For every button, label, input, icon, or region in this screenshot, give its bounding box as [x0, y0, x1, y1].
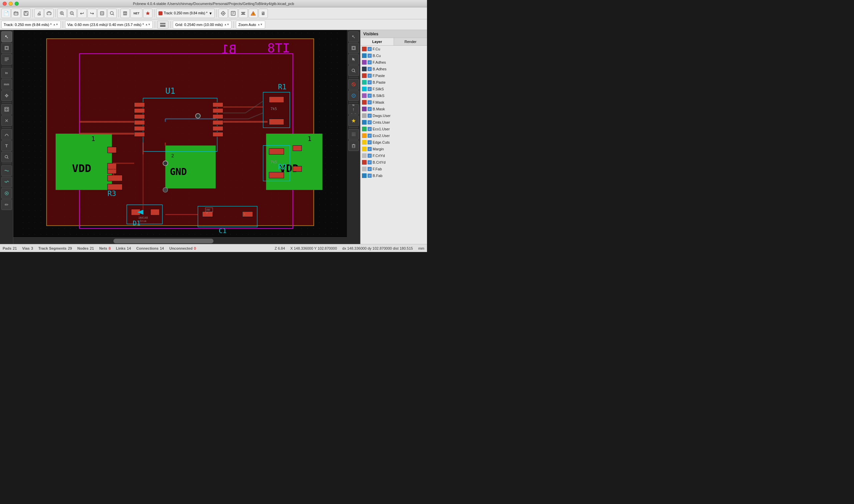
new-button[interactable]: 📄 — [1, 9, 11, 18]
route-length-tool[interactable] — [1, 165, 12, 176]
layer-checkbox[interactable]: ✓ — [368, 100, 372, 104]
tab-layer[interactable]: Layer — [361, 38, 394, 45]
save-button[interactable] — [21, 9, 31, 18]
track-dropdown[interactable]: Track: 0.250 mm (9.84 mils) * ▲▼ — [1, 21, 61, 29]
scroll-thumb[interactable] — [114, 239, 213, 243]
warning-button[interactable]: ! — [248, 9, 258, 18]
zoom-region-tool[interactable] — [348, 65, 359, 76]
trash-tool[interactable] — [348, 140, 359, 151]
layer-item-b-fab[interactable]: ✓B.Fab — [361, 172, 427, 179]
measure-tool[interactable]: mm — [1, 79, 12, 90]
pad-tool[interactable] — [1, 188, 12, 199]
highlight-net-button[interactable] — [143, 9, 153, 18]
layer-item-cmts-user[interactable]: ✓Cmts.User — [361, 119, 427, 126]
route-tool[interactable] — [348, 43, 359, 53]
layer-checkbox[interactable]: ✓ — [368, 87, 372, 91]
pcb-svg[interactable]: B1 ΙТ8 VDD 1 VDD 1 2 GND — [13, 30, 347, 237]
select-tool[interactable]: ↖ — [1, 31, 12, 42]
layer-item-b-cu[interactable]: ✓B.Cu — [361, 52, 427, 59]
horizontal-scrollbar[interactable] — [13, 237, 347, 244]
zoom-selection-button[interactable] — [107, 9, 117, 18]
plot-button[interactable] — [45, 9, 54, 18]
net-inspector-button[interactable]: NET — [130, 9, 142, 18]
pcb-canvas[interactable]: B1 ΙТ8 VDD 1 VDD 1 2 GND — [13, 30, 347, 237]
zoom-dropdown[interactable]: Zoom Auto ▲▼ — [236, 21, 265, 29]
layer-item-f-paste[interactable]: ✓F.Paste — [361, 72, 427, 79]
undo-button[interactable]: ↩ — [77, 9, 87, 18]
layer-checkbox[interactable]: ✓ — [368, 114, 372, 118]
layer-item-eco1-user[interactable]: ✓Eco1.User — [361, 126, 427, 132]
layer-item-b-mask[interactable]: ✓B.Mask — [361, 106, 427, 112]
layer-checkbox[interactable]: ✓ — [368, 160, 372, 164]
pcb-setup-button[interactable] — [219, 9, 228, 18]
board-setup-button[interactable] — [228, 9, 238, 18]
layer-checkbox[interactable]: ✓ — [368, 107, 372, 111]
circle-tool[interactable] — [348, 90, 359, 101]
cursor-tool[interactable] — [348, 54, 359, 65]
tune-length-tool[interactable] — [1, 177, 12, 187]
layer-checkbox[interactable]: ✓ — [368, 147, 372, 151]
layer-item-f-fab[interactable]: ✓F.Fab — [361, 166, 427, 172]
net-icon[interactable] — [157, 21, 169, 29]
layer-item-b-silks[interactable]: ✓B.SilkS — [361, 92, 427, 99]
move-tool[interactable]: ✥ — [1, 90, 12, 101]
layer-checkbox[interactable]: ✓ — [368, 167, 372, 171]
layer-item-b-crtyd[interactable]: ✓B.CrtYd — [361, 159, 427, 166]
layer-checkbox[interactable]: ✓ — [368, 54, 372, 58]
layer-item-f-silks[interactable]: ✓F.SilkS — [361, 86, 427, 92]
zoom-fit-button[interactable] — [98, 9, 107, 18]
inspect-tool[interactable] — [1, 54, 12, 65]
add-footprint-tool[interactable] — [1, 104, 12, 115]
no-sign-tool[interactable] — [348, 79, 359, 90]
layer-item-b-paste[interactable]: ✓B.Paste — [361, 79, 427, 86]
layer-item-f-cu[interactable]: ✓F.Cu — [361, 46, 427, 52]
route-tracks-tool[interactable] — [1, 43, 12, 53]
xy-coord: X 148.336000 Y 102.870000 — [290, 246, 337, 250]
layer-checkbox[interactable]: ✓ — [368, 60, 372, 64]
layer-item-f-crtyd[interactable]: ✓F.CrtYd — [361, 152, 427, 159]
layer-item-f-mask[interactable]: ✓F.Mask — [361, 99, 427, 106]
layer-item-eco2-user[interactable]: ✓Eco2.User — [361, 132, 427, 139]
star-icon[interactable] — [348, 115, 359, 126]
layer-checkbox[interactable]: ✓ — [368, 174, 372, 178]
select-arrow-tool[interactable]: ↖ — [348, 31, 359, 42]
dimensions-tool[interactable]: In — [1, 68, 12, 78]
layer-checkbox[interactable]: ✓ — [368, 67, 372, 71]
layer-item-dwgs-user[interactable]: ✓Dwgs.User — [361, 112, 427, 119]
delete-tool[interactable]: ✕ — [1, 115, 12, 126]
search-tool[interactable] — [1, 152, 12, 162]
add-arc-tool[interactable] — [1, 129, 12, 140]
minimize-button[interactable] — [9, 2, 13, 6]
print-button[interactable]: 🖨 — [34, 9, 44, 18]
redo-button[interactable]: ↪ — [87, 9, 97, 18]
maximize-button[interactable] — [15, 2, 19, 6]
grid-dropdown[interactable]: Grid: 0.2540 mm (10.00 mils) ▲▼ — [173, 21, 231, 29]
open-button[interactable] — [11, 9, 21, 18]
layer-checkbox[interactable]: ✓ — [368, 134, 372, 138]
zoom-in-button[interactable] — [57, 9, 67, 18]
layer-item-b-adhes[interactable]: ✓B.Adhes — [361, 66, 427, 72]
grid-tool[interactable] — [348, 129, 359, 140]
layer-checkbox[interactable]: ✓ — [368, 74, 372, 78]
layer-checkbox[interactable]: ✓ — [368, 47, 372, 51]
layer-checkbox[interactable]: ✓ — [368, 154, 372, 158]
edit-tool[interactable]: ✏ — [1, 199, 12, 210]
close-button[interactable] — [3, 2, 7, 6]
canvas-area[interactable]: B1 ΙТ8 VDD 1 VDD 1 2 GND — [13, 30, 347, 244]
layer-checkbox[interactable]: ✓ — [368, 120, 372, 124]
layer-checkbox[interactable]: ✓ — [368, 94, 372, 98]
zoom-out-button[interactable] — [67, 9, 77, 18]
monitor-button[interactable]: 🖥 — [259, 9, 268, 18]
tab-render[interactable]: Render — [394, 38, 427, 45]
layer-item-margin[interactable]: ✓Margin — [361, 146, 427, 152]
layer-checkbox[interactable]: ✓ — [368, 80, 372, 84]
add-text-tool[interactable]: T — [1, 140, 12, 151]
layer-item-edge-cuts[interactable]: ✓Edge.Cuts — [361, 139, 427, 146]
via-dropdown[interactable]: Via: 0.60 mm (23.6 mils)/ 0.40 mm (15.7 … — [65, 21, 153, 29]
align-button[interactable] — [239, 9, 248, 18]
layer-selector[interactable]: Track: 0.250 mm (9.84 mils) * ▼ — [156, 9, 215, 18]
layer-item-f-adhes[interactable]: ✓F.Adhes — [361, 59, 427, 66]
drc-button[interactable]: DRC — [120, 9, 130, 18]
layer-checkbox[interactable]: ✓ — [368, 127, 372, 131]
layer-checkbox[interactable]: ✓ — [368, 140, 372, 144]
